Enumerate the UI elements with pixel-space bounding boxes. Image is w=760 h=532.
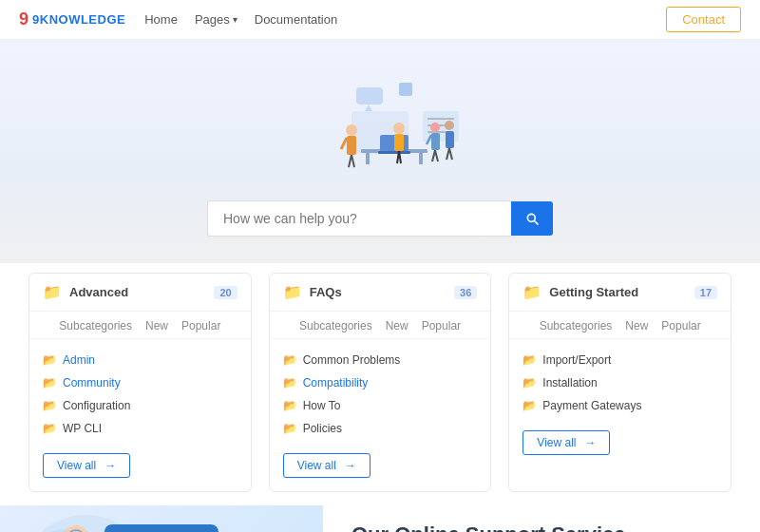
view-all-faqs[interactable]: View all → [283, 453, 370, 478]
list-folder-icon: 📂 [43, 422, 57, 435]
list-folder-icon: 📂 [522, 399, 537, 412]
svg-rect-1 [356, 87, 383, 104]
list-folder-icon: 📂 [283, 353, 297, 367]
tab-new-advanced[interactable]: New [145, 319, 168, 332]
search-button[interactable] [511, 201, 553, 236]
svg-line-32 [449, 148, 452, 160]
list-item: 📂 Import/Export [522, 349, 717, 371]
logo: 9 9KNOWLEDGE [19, 10, 125, 29]
nav-links: Home Pages ▾ Documentation [144, 12, 337, 27]
svg-line-21 [352, 155, 354, 167]
nav-pages-label: Pages [195, 12, 230, 27]
folder-icon-getting-started: 📁 [522, 283, 542, 301]
tab-popular-gs[interactable]: Popular [661, 319, 700, 332]
search-input[interactable] [207, 200, 511, 237]
list-item: 📂 Payment Gateways [522, 394, 717, 417]
search-bar-wrapper [207, 200, 553, 237]
list-link-admin[interactable]: Admin [63, 353, 95, 367]
list-folder-icon: 📂 [283, 422, 297, 435]
bottom-section: ★★★★ ✓ Our Online Support Service Lorem … [0, 505, 760, 532]
list-item: 📂 Installation [522, 371, 717, 394]
tab-popular-faqs[interactable]: Popular [422, 319, 461, 332]
card-faqs-tabs: Subcategories New Popular [270, 312, 491, 339]
list-text-payment: Payment Gateways [542, 399, 641, 412]
support-text: Our Online Support Service Lorem ipsum d… [323, 505, 760, 532]
svg-rect-14 [394, 134, 404, 151]
card-advanced-tabs: Subcategories New Popular [29, 312, 251, 339]
svg-rect-6 [419, 153, 423, 164]
folder-icon-faqs: 📁 [283, 283, 302, 301]
support-title: Our Online Support Service [352, 522, 732, 532]
svg-rect-5 [366, 153, 370, 164]
nav-pages[interactable]: Pages ▾ [195, 12, 238, 27]
support-svg: ★★★★ ✓ [10, 505, 314, 532]
list-folder-icon: 📂 [43, 376, 57, 390]
navbar: 9 9KNOWLEDGE Home Pages ▾ Documentation … [0, 0, 760, 40]
arrow-right-icon: → [345, 459, 356, 472]
nav-home[interactable]: Home [144, 12, 178, 27]
logo-text: 9KNOWLEDGE [32, 12, 125, 27]
card-advanced-count: 20 [214, 286, 237, 299]
list-link-community[interactable]: Community [63, 376, 121, 390]
tab-popular-advanced[interactable]: Popular [181, 319, 220, 332]
nav-documentation[interactable]: Documentation [255, 12, 337, 27]
svg-point-13 [393, 123, 405, 134]
cards-section: 📁 Advanced 20 Subcategories New Popular … [0, 263, 760, 505]
card-advanced-title: Advanced [69, 285, 128, 299]
list-folder-icon: 📂 [522, 376, 537, 390]
hero-section [0, 40, 760, 263]
card-getting-started-header: 📁 Getting Started 17 [509, 274, 731, 312]
svg-point-24 [430, 123, 440, 132]
list-item: 📂 How To [283, 394, 478, 417]
list-text-policies: Policies [303, 422, 342, 435]
view-all-advanced[interactable]: View all → [43, 453, 130, 478]
list-link-compatibility[interactable]: Compatibility [303, 376, 369, 390]
list-folder-icon: 📂 [43, 353, 57, 367]
card-getting-started: 📁 Getting Started 17 Subcategories New P… [508, 273, 732, 492]
list-item: 📂 Compatibility [283, 371, 478, 394]
tab-new-gs[interactable]: New [625, 319, 648, 332]
card-faqs-title: FAQs [310, 285, 342, 299]
list-text-configuration: Configuration [63, 399, 130, 412]
contact-button[interactable]: Contact [666, 7, 741, 32]
list-text-howto: How To [303, 399, 341, 412]
svg-rect-8 [378, 151, 410, 154]
svg-line-28 [435, 150, 438, 162]
list-item: 📂 Configuration [43, 394, 238, 417]
tab-new-faqs[interactable]: New [386, 319, 408, 332]
support-illustration: ★★★★ ✓ [0, 505, 323, 532]
svg-rect-18 [347, 136, 356, 155]
list-item: 📂 Community [43, 371, 238, 394]
list-folder-icon: 📂 [283, 399, 297, 412]
card-getting-started-list: 📂 Import/Export 📂 Installation 📂 Payment… [509, 339, 731, 421]
svg-rect-35 [104, 524, 218, 532]
list-text-wpcli: WP CLI [63, 422, 102, 435]
card-faqs-count: 36 [454, 286, 477, 299]
svg-point-17 [346, 124, 357, 136]
tab-subcategories-faqs[interactable]: Subcategories [299, 319, 372, 332]
view-all-getting-started[interactable]: View all → [522, 430, 610, 455]
hero-illustration [276, 59, 484, 187]
card-faqs-header: 📁 FAQs 36 [270, 274, 491, 312]
svg-point-29 [445, 121, 454, 130]
logo-icon: 9 [19, 10, 28, 29]
chevron-down-icon: ▾ [233, 14, 238, 25]
arrow-right-icon: → [584, 436, 596, 449]
tab-subcategories-advanced[interactable]: Subcategories [59, 319, 132, 332]
list-folder-icon: 📂 [43, 399, 57, 412]
card-getting-started-title: Getting Started [549, 285, 638, 299]
list-text-common: Common Problems [303, 353, 401, 367]
card-advanced-list: 📂 Admin 📂 Community 📂 Configuration 📂 WP… [29, 339, 251, 444]
card-faqs: 📁 FAQs 36 Subcategories New Popular 📂 Co… [269, 273, 492, 492]
svg-rect-25 [431, 133, 440, 150]
svg-line-19 [341, 138, 347, 149]
list-item: 📂 WP CLI [43, 417, 238, 440]
svg-rect-3 [399, 83, 412, 96]
svg-rect-30 [446, 131, 454, 148]
list-folder-icon: 📂 [522, 353, 537, 367]
folder-icon-advanced: 📁 [43, 283, 62, 301]
card-advanced: 📁 Advanced 20 Subcategories New Popular … [28, 273, 252, 492]
tab-subcategories-gs[interactable]: Subcategories [540, 319, 613, 332]
list-item: 📂 Policies [283, 417, 478, 440]
card-advanced-header: 📁 Advanced 20 [29, 274, 251, 312]
